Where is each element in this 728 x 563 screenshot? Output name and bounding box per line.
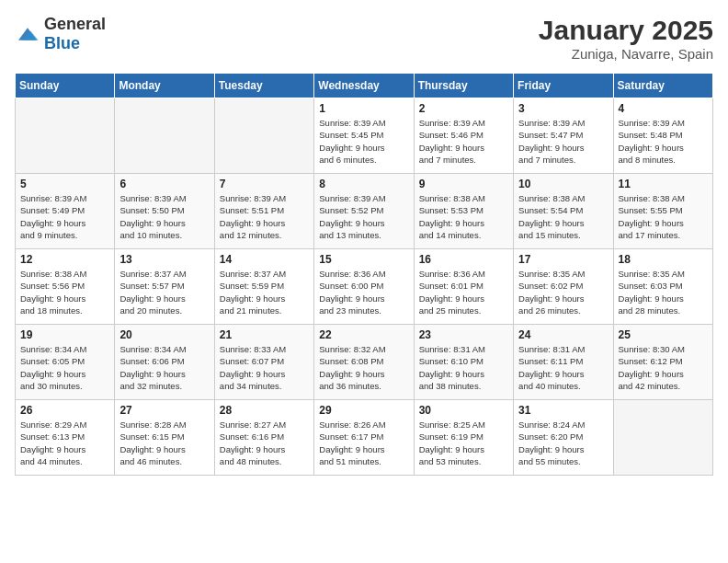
- calendar-cell: 17Sunrise: 8:35 AMSunset: 6:02 PMDayligh…: [514, 249, 613, 325]
- logo-text: General Blue: [44, 15, 106, 53]
- day-info: Sunrise: 8:39 AMSunset: 5:47 PMDaylight:…: [518, 117, 608, 166]
- title-section: January 2025 Zuniga, Navarre, Spain: [539, 15, 713, 62]
- calendar-table: SundayMondayTuesdayWednesdayThursdayFrid…: [15, 73, 713, 476]
- calendar-cell: 6Sunrise: 8:39 AMSunset: 5:50 PMDaylight…: [115, 174, 214, 249]
- day-info: Sunrise: 8:27 AMSunset: 6:16 PMDaylight:…: [220, 419, 309, 467]
- day-number: 10: [518, 178, 608, 190]
- calendar-cell: [115, 98, 214, 174]
- calendar-cell: 3Sunrise: 8:39 AMSunset: 5:47 PMDaylight…: [514, 98, 613, 174]
- day-number: 3: [518, 102, 608, 115]
- calendar-cell: 24Sunrise: 8:31 AMSunset: 6:11 PMDayligh…: [514, 325, 613, 400]
- day-number: 27: [119, 404, 209, 417]
- calendar-cell: 22Sunrise: 8:32 AMSunset: 6:08 PMDayligh…: [314, 325, 414, 400]
- day-number: 23: [419, 328, 508, 341]
- day-number: 22: [319, 328, 408, 341]
- day-number: 29: [319, 404, 408, 417]
- day-info: Sunrise: 8:26 AMSunset: 6:17 PMDaylight:…: [319, 419, 408, 467]
- calendar-cell: 26Sunrise: 8:29 AMSunset: 6:13 PMDayligh…: [16, 400, 115, 476]
- day-info: Sunrise: 8:39 AMSunset: 5:45 PMDaylight:…: [319, 117, 408, 166]
- day-number: 25: [619, 328, 708, 341]
- day-number: 13: [119, 253, 209, 266]
- calendar-cell: 27Sunrise: 8:28 AMSunset: 6:15 PMDayligh…: [115, 400, 214, 476]
- calendar-subtitle: Zuniga, Navarre, Spain: [539, 46, 713, 62]
- day-number: 18: [619, 253, 708, 266]
- day-info: Sunrise: 8:36 AMSunset: 6:00 PMDaylight:…: [319, 268, 408, 316]
- day-info: Sunrise: 8:37 AMSunset: 5:59 PMDaylight:…: [220, 268, 309, 316]
- calendar-cell: [214, 98, 313, 174]
- calendar-cell: [613, 400, 712, 476]
- calendar-cell: 1Sunrise: 8:39 AMSunset: 5:45 PMDaylight…: [314, 98, 414, 174]
- day-info: Sunrise: 8:35 AMSunset: 6:02 PMDaylight:…: [518, 268, 608, 316]
- day-info: Sunrise: 8:32 AMSunset: 6:08 PMDaylight:…: [319, 343, 408, 392]
- day-info: Sunrise: 8:38 AMSunset: 5:54 PMDaylight:…: [518, 192, 608, 241]
- day-info: Sunrise: 8:39 AMSunset: 5:49 PMDaylight:…: [20, 192, 109, 241]
- calendar-cell: 5Sunrise: 8:39 AMSunset: 5:49 PMDaylight…: [16, 174, 115, 249]
- calendar-cell: 12Sunrise: 8:38 AMSunset: 5:56 PMDayligh…: [16, 249, 115, 325]
- calendar-cell: 10Sunrise: 8:38 AMSunset: 5:54 PMDayligh…: [514, 174, 613, 249]
- calendar-cell: 28Sunrise: 8:27 AMSunset: 6:16 PMDayligh…: [214, 400, 313, 476]
- calendar-cell: 31Sunrise: 8:24 AMSunset: 6:20 PMDayligh…: [514, 400, 613, 476]
- logo-blue: Blue: [44, 34, 80, 52]
- day-number: 4: [619, 102, 708, 115]
- calendar-cell: 13Sunrise: 8:37 AMSunset: 5:57 PMDayligh…: [115, 249, 214, 325]
- calendar-cell: 14Sunrise: 8:37 AMSunset: 5:59 PMDayligh…: [214, 249, 313, 325]
- weekday-header: Thursday: [414, 74, 513, 98]
- calendar-cell: 4Sunrise: 8:39 AMSunset: 5:48 PMDaylight…: [613, 98, 712, 174]
- day-info: Sunrise: 8:25 AMSunset: 6:19 PMDaylight:…: [419, 419, 508, 467]
- day-info: Sunrise: 8:31 AMSunset: 6:10 PMDaylight:…: [419, 343, 508, 392]
- calendar-cell: 2Sunrise: 8:39 AMSunset: 5:46 PMDaylight…: [414, 98, 513, 174]
- day-number: 7: [220, 178, 309, 190]
- day-number: 15: [319, 253, 408, 266]
- day-info: Sunrise: 8:39 AMSunset: 5:50 PMDaylight:…: [119, 192, 209, 241]
- calendar-cell: 20Sunrise: 8:34 AMSunset: 6:06 PMDayligh…: [115, 325, 214, 400]
- day-number: 17: [518, 253, 608, 266]
- day-number: 30: [419, 404, 508, 417]
- calendar-cell: 29Sunrise: 8:26 AMSunset: 6:17 PMDayligh…: [314, 400, 414, 476]
- page-header: General Blue January 2025 Zuniga, Navarr…: [15, 15, 713, 62]
- day-info: Sunrise: 8:31 AMSunset: 6:11 PMDaylight:…: [518, 343, 608, 392]
- calendar-cell: 18Sunrise: 8:35 AMSunset: 6:03 PMDayligh…: [613, 249, 712, 325]
- day-info: Sunrise: 8:36 AMSunset: 6:01 PMDaylight:…: [419, 268, 508, 316]
- calendar-week-row: 19Sunrise: 8:34 AMSunset: 6:05 PMDayligh…: [16, 325, 713, 400]
- calendar-cell: 7Sunrise: 8:39 AMSunset: 5:51 PMDaylight…: [214, 174, 313, 249]
- calendar-cell: 23Sunrise: 8:31 AMSunset: 6:10 PMDayligh…: [414, 325, 513, 400]
- calendar-cell: 19Sunrise: 8:34 AMSunset: 6:05 PMDayligh…: [16, 325, 115, 400]
- day-number: 19: [20, 328, 109, 341]
- calendar-week-row: 5Sunrise: 8:39 AMSunset: 5:49 PMDaylight…: [16, 174, 713, 249]
- logo-icon: [15, 25, 40, 43]
- calendar-week-row: 1Sunrise: 8:39 AMSunset: 5:45 PMDaylight…: [16, 98, 713, 174]
- day-number: 12: [20, 253, 109, 266]
- calendar-title: January 2025: [539, 15, 713, 46]
- day-info: Sunrise: 8:29 AMSunset: 6:13 PMDaylight:…: [20, 419, 109, 467]
- day-info: Sunrise: 8:34 AMSunset: 6:05 PMDaylight:…: [20, 343, 109, 392]
- weekday-header-row: SundayMondayTuesdayWednesdayThursdayFrid…: [16, 74, 713, 98]
- weekday-header: Tuesday: [214, 74, 313, 98]
- logo-general: General: [44, 15, 106, 33]
- day-number: 6: [119, 178, 209, 190]
- day-number: 5: [20, 178, 109, 190]
- day-info: Sunrise: 8:39 AMSunset: 5:46 PMDaylight:…: [419, 117, 508, 166]
- calendar-cell: 9Sunrise: 8:38 AMSunset: 5:53 PMDaylight…: [414, 174, 513, 249]
- weekday-header: Monday: [115, 74, 214, 98]
- day-number: 26: [20, 404, 109, 417]
- day-number: 1: [319, 102, 408, 115]
- day-info: Sunrise: 8:38 AMSunset: 5:55 PMDaylight:…: [619, 192, 708, 241]
- calendar-cell: 11Sunrise: 8:38 AMSunset: 5:55 PMDayligh…: [613, 174, 712, 249]
- day-info: Sunrise: 8:39 AMSunset: 5:48 PMDaylight:…: [619, 117, 708, 166]
- weekday-header: Friday: [514, 74, 613, 98]
- day-number: 20: [119, 328, 209, 341]
- weekday-header: Sunday: [16, 74, 115, 98]
- day-number: 24: [518, 328, 608, 341]
- day-number: 9: [419, 178, 508, 190]
- day-number: 8: [319, 178, 408, 190]
- calendar-cell: 16Sunrise: 8:36 AMSunset: 6:01 PMDayligh…: [414, 249, 513, 325]
- calendar-cell: 25Sunrise: 8:30 AMSunset: 6:12 PMDayligh…: [613, 325, 712, 400]
- calendar-cell: 21Sunrise: 8:33 AMSunset: 6:07 PMDayligh…: [214, 325, 313, 400]
- weekday-header: Wednesday: [314, 74, 414, 98]
- day-number: 21: [220, 328, 309, 341]
- day-number: 31: [518, 404, 608, 417]
- day-number: 28: [220, 404, 309, 417]
- day-info: Sunrise: 8:39 AMSunset: 5:51 PMDaylight:…: [220, 192, 309, 241]
- day-number: 11: [619, 178, 708, 190]
- weekday-header: Saturday: [613, 74, 712, 98]
